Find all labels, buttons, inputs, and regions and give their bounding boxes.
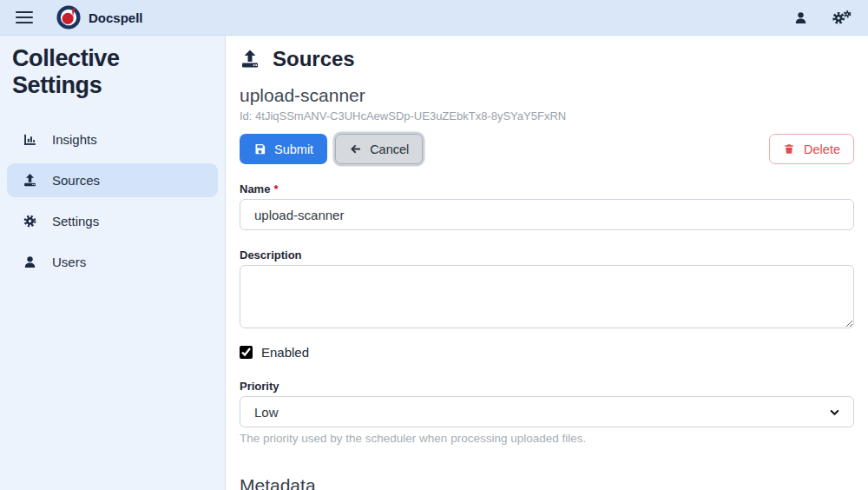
sidebar-item-settings[interactable]: Settings	[7, 204, 218, 238]
sidebar-item-sources[interactable]: Sources	[7, 163, 218, 197]
cancel-button[interactable]: Cancel	[335, 134, 423, 164]
sources-panel: Sources upload-scanner Id: 4tJiqSSmANV-C…	[226, 36, 868, 490]
source-name-heading: upload-scanner	[240, 85, 854, 106]
chevron-down-icon	[828, 406, 841, 419]
user-icon	[23, 255, 37, 269]
cogs-icon[interactable]	[831, 9, 852, 26]
save-icon	[253, 142, 266, 156]
upload-icon	[23, 173, 37, 188]
description-textarea[interactable]	[240, 265, 854, 328]
upload-icon	[240, 49, 260, 70]
enabled-label: Enabled	[261, 345, 309, 360]
menu-icon[interactable]	[16, 11, 33, 24]
chart-bar-icon	[23, 132, 37, 147]
priority-help-text: The priority used by the scheduler when …	[240, 432, 854, 445]
source-id: Id: 4tJiqSSmANV-C3UHcAewSDp-UE3uZEbkTx8-…	[240, 109, 854, 122]
sidebar-title: Collective Settings	[7, 45, 218, 99]
priority-select[interactable]: Low	[240, 396, 854, 427]
description-label: Description	[240, 248, 302, 262]
app-brand[interactable]: Docspell	[56, 5, 143, 30]
gear-icon	[23, 214, 37, 228]
submit-label: Submit	[274, 142, 313, 156]
metadata-heading: Metadata	[240, 475, 854, 490]
name-input[interactable]	[240, 199, 854, 230]
form-actions: Submit Cancel Delete	[240, 134, 854, 164]
arrow-left-icon	[349, 142, 362, 156]
priority-selected-value: Low	[254, 405, 279, 420]
user-icon[interactable]	[793, 10, 808, 25]
trash-icon	[783, 142, 796, 156]
brand-name: Docspell	[89, 10, 143, 25]
docspell-logo-icon	[56, 5, 81, 30]
cancel-label: Cancel	[370, 142, 409, 156]
sidebar-item-label: Settings	[52, 214, 99, 228]
top-navbar: Docspell	[0, 0, 868, 36]
collective-settings-sidebar: Collective Settings Insights	[0, 36, 226, 490]
priority-label: Priority	[240, 380, 279, 393]
page-title-text: Sources	[273, 47, 355, 71]
sidebar-item-label: Sources	[52, 173, 100, 188]
sidebar-item-label: Users	[52, 255, 86, 269]
delete-button[interactable]: Delete	[769, 134, 854, 164]
sidebar-item-insights[interactable]: Insights	[7, 122, 218, 156]
submit-button[interactable]: Submit	[240, 134, 327, 164]
enabled-row: Enabled	[240, 345, 854, 360]
enabled-checkbox[interactable]	[240, 346, 253, 359]
delete-label: Delete	[804, 142, 840, 156]
sidebar-item-label: Insights	[52, 132, 97, 147]
sidebar-item-users[interactable]: Users	[7, 245, 218, 279]
required-mark: *	[273, 182, 278, 195]
name-label: Name*	[240, 182, 278, 195]
page-title: Sources	[240, 47, 854, 71]
